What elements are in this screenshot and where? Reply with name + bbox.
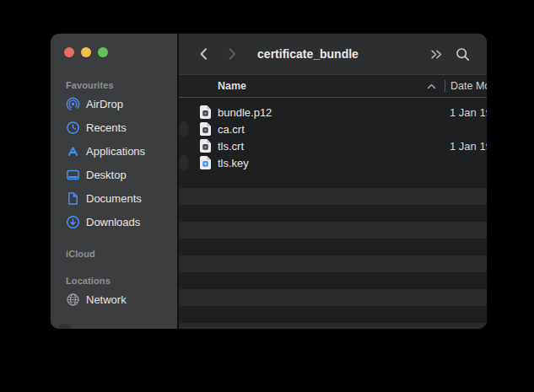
file-name: bundle.p12 (218, 106, 272, 119)
close-button[interactable] (64, 47, 74, 57)
sidebar-item-label: Documents (86, 192, 142, 205)
sidebar-item-label: Recents (86, 121, 127, 134)
caret-up-icon (427, 83, 436, 89)
document-icon (66, 191, 80, 206)
download-circle-icon (66, 215, 80, 229)
minimize-button[interactable] (81, 47, 91, 57)
window-controls (51, 34, 177, 71)
file-date-modified: 1 Jan 19 (450, 140, 487, 153)
sidebar-item-airdrop[interactable]: AirDrop (51, 92, 177, 115)
certificate-file-icon (200, 122, 211, 136)
file-name: tls.crt (218, 140, 244, 153)
main-pane: certificate_bundle Name (179, 34, 487, 329)
forward-button[interactable] (224, 44, 240, 64)
column-header-name[interactable]: Name (179, 80, 445, 92)
sidebar-item-label: Downloads (86, 216, 140, 228)
sidebar: Favourites AirDrop Recents (51, 34, 179, 329)
file-row-ca-crt[interactable]: ca.crt 1 Jan 19 (179, 121, 189, 137)
sidebar-item-label: Network (86, 293, 127, 306)
certificate-file-icon (200, 105, 211, 119)
sidebar-item-label: Applications (86, 145, 145, 158)
clock-icon (66, 121, 80, 135)
file-list: bundle.p12 1 Jan 19 ca.crt 1 Jan 19 (179, 98, 487, 329)
empty-list-stripes (179, 171, 487, 329)
sidebar-item-documents[interactable]: Documents (51, 186, 177, 210)
forward-chevron-icon (227, 46, 237, 62)
list-top-padding (179, 98, 487, 104)
search-icon (456, 47, 470, 62)
sidebar-section-icloud: iCloud (51, 247, 177, 260)
airdrop-icon (66, 97, 80, 111)
list-column-headers: Name Date Modified (179, 74, 487, 98)
file-name: ca.crt (218, 123, 245, 136)
sidebar-item-downloads[interactable]: Downloads (51, 210, 177, 234)
app-store-icon (66, 144, 80, 158)
sidebar-section-locations: Locations (51, 274, 177, 287)
certificate-file-icon (200, 139, 211, 153)
zoom-button[interactable] (98, 47, 108, 57)
desktop-icon (66, 168, 80, 182)
sidebar-item-network[interactable]: Network (51, 287, 177, 311)
back-button[interactable] (195, 44, 212, 64)
file-date-modified: 1 Jan 19 (450, 106, 487, 119)
clipped-sidebar-icon (58, 324, 72, 329)
toolbar-overflow-button[interactable] (429, 47, 444, 62)
toolbar: certificate_bundle (179, 34, 487, 74)
search-button[interactable] (456, 47, 470, 62)
file-row-bundle-p12[interactable]: bundle.p12 1 Jan 19 (179, 104, 487, 121)
column-name-label: Name (218, 80, 246, 92)
file-name: tls.key (218, 157, 249, 169)
column-header-date-modified[interactable]: Date Modified (445, 80, 487, 92)
sidebar-item-label: AirDrop (86, 98, 123, 110)
sidebar-section-favourites: Favourites (51, 78, 177, 92)
back-chevron-icon (198, 46, 208, 62)
window-title: certificate_bundle (179, 47, 437, 61)
sidebar-item-recents[interactable]: Recents (51, 115, 177, 139)
globe-icon (66, 293, 80, 307)
file-row-tls-key[interactable]: tls.key 1 Jan 19 (179, 154, 189, 171)
file-row-tls-crt[interactable]: tls.crt 1 Jan 19 (179, 137, 487, 154)
sidebar-item-label: Desktop (86, 169, 127, 181)
sidebar-item-applications[interactable]: Applications (51, 139, 177, 163)
double-chevron-right-icon (429, 49, 444, 60)
key-file-icon (200, 156, 211, 169)
finder-window: Favourites AirDrop Recents (51, 34, 487, 329)
sidebar-item-desktop[interactable]: Desktop (51, 163, 177, 186)
